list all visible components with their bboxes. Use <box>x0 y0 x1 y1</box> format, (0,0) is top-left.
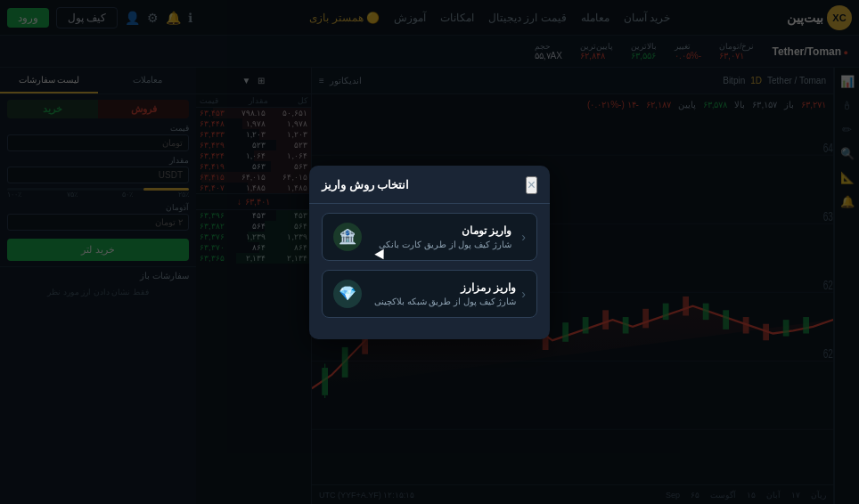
mouse-cursor <box>374 248 388 262</box>
modal-overlay[interactable]: × انتخاب روش واریز ‹ واریز تومان شارژ کی… <box>0 0 859 504</box>
modal-header: × انتخاب روش واریز <box>309 166 550 204</box>
tether-deposit-option[interactable]: ‹ واریز رمزارز شارژ کیف پول از طریق شبکه… <box>322 270 537 318</box>
chevron-left-icon-2: ‹ <box>521 287 526 301</box>
toman-deposit-option[interactable]: ‹ واریز تومان شارژ کیف پول از طریق کارت … <box>322 213 537 261</box>
tether-option-title: واریز رمزارز <box>374 281 517 294</box>
crypto-icon: 💎 <box>339 285 356 302</box>
toman-option-content: واریز تومان شارژ کیف پول از طریق کارت با… <box>379 224 511 249</box>
bank-icon: 🏦 <box>339 228 356 245</box>
tether-option-desc: شارژ کیف پول از طریق شبکه بلاکچینی <box>374 297 517 306</box>
toman-option-icon: 🏦 <box>333 223 362 251</box>
modal-close-button[interactable]: × <box>526 176 537 194</box>
deposit-modal: × انتخاب روش واریز ‹ واریز تومان شارژ کی… <box>309 166 550 339</box>
toman-option-desc: شارژ کیف پول از طریق کارت بانکی <box>379 240 511 249</box>
toman-option-title: واریز تومان <box>379 224 511 237</box>
tether-option-icon: 💎 <box>333 280 362 308</box>
modal-title: انتخاب روش واریز <box>322 178 409 191</box>
modal-body: ‹ واریز تومان شارژ کیف پول از طریق کارت … <box>309 204 550 339</box>
tether-option-content: واریز رمزارز شارژ کیف پول از طریق شبکه ب… <box>374 281 517 306</box>
chevron-left-icon: ‹ <box>521 230 526 244</box>
